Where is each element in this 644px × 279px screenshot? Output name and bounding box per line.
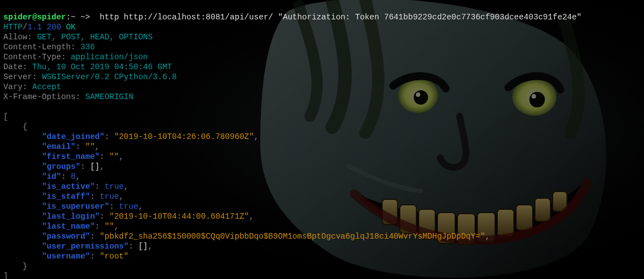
header-allow: Allow: GET, POST, HEAD, OPTIONS: [3, 33, 153, 42]
http-code: 200: [47, 23, 61, 32]
header-date: Date: Thu, 10 Oct 2019 04:50:46 GMT: [3, 63, 172, 71]
header-server: Server: WSGIServer/0.2 CPython/3.6.8: [3, 73, 177, 81]
json-row-date-joined: "date_joined": "2019-10-10T04:26:06.7809…: [3, 132, 259, 141]
prompt-separator: :: [66, 13, 71, 22]
http-status-text: OK: [66, 23, 75, 32]
header-vary: Vary: Accept: [3, 82, 61, 91]
prompt-path: ~ ~>: [71, 13, 100, 22]
json-row-is-superuser: "is_superuser": true,: [3, 202, 143, 211]
json-row-email: "email": "",: [3, 142, 100, 151]
prompt-line: spider@spider:~ ~> http http://localhost…: [3, 13, 581, 22]
http-proto: HTTP: [3, 23, 23, 32]
header-content-type: Content-Type: application/json: [3, 53, 148, 61]
http-slash: /: [23, 23, 28, 32]
json-row-first-name: "first_name": "",: [3, 152, 124, 161]
json-row-password: "password": "pbkdf2_sha256$150000$CQq0Vi…: [3, 232, 490, 241]
blank-line: [3, 102, 8, 111]
json-row-last-login: "last_login": "2019-10-10T04:44:00.60417…: [3, 212, 254, 221]
json-row-groups: "groups": [],: [3, 162, 105, 171]
json-object-close: }: [3, 262, 28, 271]
terminal-output[interactable]: spider@spider:~ ~> http http://localhost…: [0, 0, 644, 279]
json-array-open: [: [3, 112, 8, 121]
prompt-command: http http://localhost:8081/api/user/ "Au…: [100, 13, 581, 22]
http-version: 1.1: [28, 23, 42, 32]
json-row-id: "id": 8,: [3, 172, 80, 181]
header-x-frame-options: X-Frame-Options: SAMEORIGIN: [3, 92, 133, 101]
json-array-close: ]: [3, 272, 8, 279]
status-line: HTTP/1.1 200 OK: [3, 23, 76, 32]
header-content-length: Content-Length: 336: [3, 43, 95, 51]
json-row-username: "username": "root": [3, 252, 128, 261]
json-object-open: {: [3, 122, 28, 131]
prompt-user: spider@spider: [3, 13, 66, 22]
json-row-user-permissions: "user_permissions": [],: [3, 242, 153, 251]
json-row-last-name: "last_name": "",: [3, 222, 119, 231]
json-row-is-active: "is_active": true,: [3, 182, 128, 191]
json-row-is-staff: "is_staff": true,: [3, 192, 124, 201]
